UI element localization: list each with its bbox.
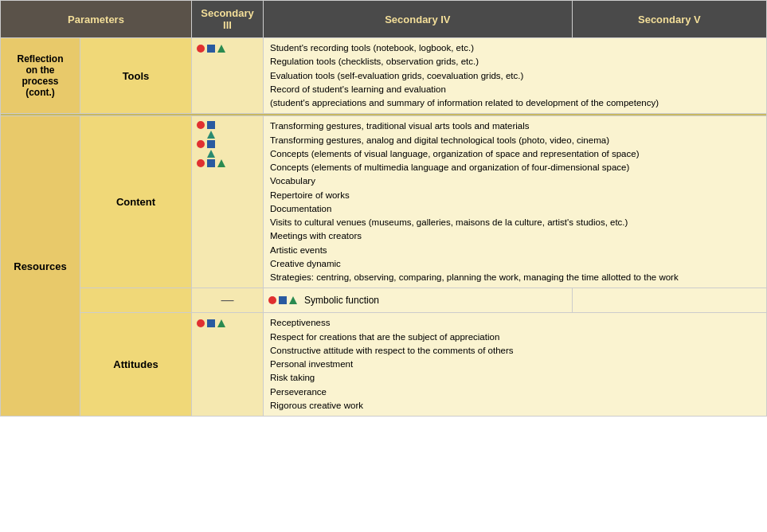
green-triangle-icon [217, 319, 225, 327]
param-resources: Resources [1, 116, 80, 417]
green-triangle-icon [217, 45, 225, 53]
main-table: Parameters Secondary III Secondary IV Se… [0, 0, 767, 417]
header-sec3: Secondary III [192, 1, 264, 38]
teal-triangle-icon [207, 150, 215, 158]
blue-square-icon [207, 319, 215, 327]
symbolic-secv [572, 288, 766, 313]
blue-square-icon [279, 296, 287, 304]
green-triangle-icon [217, 159, 225, 167]
resources-attitudes-row: Attitudes Receptiveness Respect for crea… [1, 313, 767, 417]
symbolic-function-label: Symbolic function [304, 295, 379, 306]
content-icons-sec3 [192, 116, 264, 288]
header-sec4: Secondary IV [264, 1, 573, 38]
red-dot-icon [197, 121, 205, 129]
blue-square-icon [207, 140, 215, 148]
dash-sec3: — [192, 288, 264, 313]
tools-content: Student's recording tools (notebook, log… [264, 38, 767, 114]
tools-icons-sec3 [192, 38, 264, 114]
red-dot-icon [197, 140, 205, 148]
red-dot-icon [268, 296, 276, 304]
resources-content-row: Resources Content [1, 116, 767, 288]
green-triangle-icon [289, 296, 297, 304]
attitudes-icons [192, 313, 264, 417]
subparam-tools: Tools [80, 38, 192, 114]
blue-square-icon [207, 45, 215, 53]
blue-square-icon [207, 159, 215, 167]
subparam-attitudes: Attitudes [80, 313, 192, 417]
header-secv: Secondary V [572, 1, 766, 38]
blue-square-icon [207, 121, 215, 129]
teal-triangle-icon [207, 131, 215, 139]
subparam-content: Content [80, 116, 192, 288]
reflection-tools-row: Reflection on the process (cont.) Tools … [1, 38, 767, 114]
red-dot-icon [197, 319, 205, 327]
symbolic-function-cell: Symbolic function [264, 288, 573, 313]
red-dot-icon [197, 159, 205, 167]
symbolic-function-row: — Symbolic function [1, 288, 767, 313]
attitudes-content: Receptiveness Respect for creations that… [264, 313, 767, 417]
param-reflection: Reflection on the process (cont.) [1, 38, 80, 114]
red-dot-icon [197, 45, 205, 53]
subparam-empty [80, 288, 192, 313]
header-parameters: Parameters [1, 1, 192, 38]
content-lines: Transforming gestures, traditional visua… [264, 116, 767, 288]
